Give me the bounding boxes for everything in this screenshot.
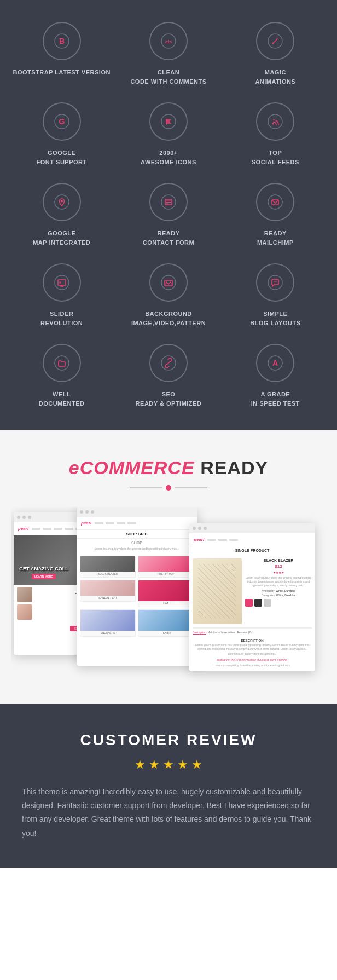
feature-contact-form: READYCONTACT FORM (118, 183, 219, 247)
feature-bootstrap: B BOOTSTRAP LATEST VERSION (11, 22, 112, 86)
stars-row: ★ ★ ★ ★ ★ (22, 758, 315, 772)
icons-icon (149, 102, 188, 141)
mailchimp-label: READYMAILCHIMP (257, 229, 294, 247)
feature-google-font: G GOOGLEFONT SUPPORT (11, 102, 112, 166)
contact-form-label: READYCONTACT FORM (143, 229, 194, 247)
svg-point-6 (272, 43, 274, 44)
svg-point-25 (55, 275, 69, 290)
social-feeds-icon (256, 102, 294, 141)
svg-point-23 (268, 195, 282, 209)
svg-line-38 (167, 361, 170, 365)
star-5: ★ (191, 758, 202, 772)
features-section: B BOOTSTRAP LATEST VERSION </> CLEANCODE… (0, 0, 337, 430)
review-section: CUSTOMER REVIEW ★ ★ ★ ★ ★ This theme is … (0, 704, 337, 868)
svg-text:A: A (272, 359, 278, 367)
google-font-label: GOOGLEFONT SUPPORT (37, 148, 87, 166)
contact-form-icon (149, 183, 188, 221)
mockup-container: pearl GET AMAZING COLL LEARN MORE Leathe… (11, 507, 326, 682)
svg-line-5 (273, 39, 277, 43)
seo-label: SEOREADY & OPTIMIZED (136, 390, 202, 408)
background-label: BACKGROUNDIMAGE,VIDEO,PATTERN (131, 309, 206, 327)
ecommerce-section: eCOMMERCE READY pearl GET AMAZING COLL (0, 430, 337, 704)
social-feeds-label: TOPSOCIAL FEEDS (252, 148, 299, 166)
svg-point-15 (272, 123, 274, 125)
review-text: This theme is amazing! Incredibly easy t… (22, 785, 315, 840)
svg-point-29 (59, 281, 61, 284)
clean-code-label: CLEANCODE WITH COMMENTS (130, 68, 206, 86)
feature-social-feeds: TOPSOCIAL FEEDS (225, 102, 326, 166)
feature-google-map: GOOGLEMAP INTEGRATED (11, 183, 112, 247)
star-1: ★ (135, 758, 146, 772)
ecommerce-title: eCOMMERCE READY (11, 457, 326, 479)
screen-single-product: pearl Single Product BLACK BLAZER $12 ★★… (189, 523, 315, 671)
feature-mailchimp: READYMAILCHIMP (225, 183, 326, 247)
review-title: CUSTOMER REVIEW (22, 731, 315, 749)
speed-label: A GRADEIN SPEED TEST (251, 390, 300, 408)
svg-point-30 (161, 275, 176, 290)
documented-icon (43, 344, 81, 382)
svg-point-17 (61, 200, 63, 203)
feature-documented: WELLDOCUMENTED (11, 344, 112, 408)
svg-text:</>: </> (165, 39, 172, 45)
feature-speed: A A GRADEIN SPEED TEST (225, 344, 326, 408)
clean-code-icon: </> (149, 22, 188, 60)
animations-label: MAGICANIMATIONS (255, 68, 295, 86)
background-icon (149, 263, 188, 302)
ecommerce-normal: READY (195, 457, 268, 478)
speed-icon: A (256, 344, 294, 382)
blog-label: SIMPLEBLOG LAYOUTS (250, 309, 300, 327)
screen-shop-grid: pearl Shop Grid SHOP Lorem ipsum quickly… (77, 507, 197, 666)
seo-icon (149, 344, 188, 382)
divider (11, 485, 326, 491)
star-4: ★ (177, 758, 188, 772)
documented-label: WELLDOCUMENTED (39, 390, 85, 408)
star-2: ★ (149, 758, 160, 772)
mailchimp-icon (256, 183, 294, 221)
feature-icons: 2000+AWESOME ICONS (118, 102, 219, 166)
svg-point-36 (55, 356, 69, 370)
feature-clean-code: </> CLEANCODE WITH COMMENTS (118, 22, 219, 86)
google-map-icon (43, 183, 81, 221)
svg-text:B: B (59, 37, 65, 45)
blog-icon (256, 263, 294, 302)
feature-slider: SLIDERREVOLUTION (11, 263, 112, 327)
feature-seo: SEOREADY & OPTIMIZED (118, 344, 219, 408)
svg-line-7 (276, 38, 277, 38)
star-3: ★ (163, 758, 174, 772)
google-map-label: GOOGLEMAP INTEGRATED (33, 229, 90, 247)
svg-line-8 (278, 39, 278, 40)
feature-background: BACKGROUNDIMAGE,VIDEO,PATTERN (118, 263, 219, 327)
divider-dot (166, 485, 171, 491)
features-grid: B BOOTSTRAP LATEST VERSION </> CLEANCODE… (11, 22, 326, 408)
slider-label: SLIDERREVOLUTION (40, 309, 83, 327)
bootstrap-icon: B (43, 22, 81, 60)
feature-animations: MAGICANIMATIONS (225, 22, 326, 86)
icons-label: 2000+AWESOME ICONS (141, 148, 196, 166)
ecommerce-highlight: eCOMMERCE (69, 457, 195, 478)
feature-blog: SIMPLEBLOG LAYOUTS (225, 263, 326, 327)
animations-icon (256, 22, 294, 60)
slider-icon (43, 263, 81, 302)
svg-text:G: G (59, 117, 65, 126)
bootstrap-label: BOOTSTRAP LATEST VERSION (13, 68, 110, 77)
google-font-icon: G (43, 102, 81, 141)
svg-point-14 (268, 114, 282, 129)
